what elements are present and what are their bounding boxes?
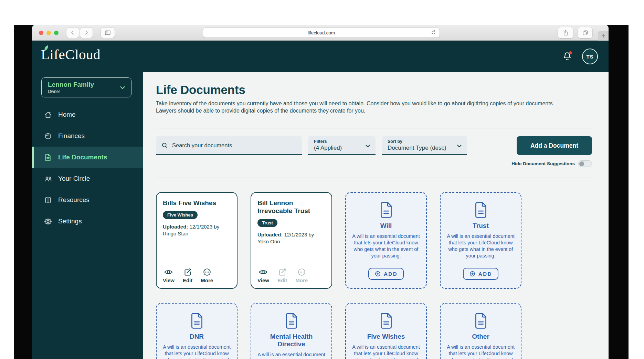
divider xyxy=(156,128,592,128)
add-label: ADD xyxy=(384,271,398,277)
uploaded-info: Uploaded: 12/1/2023 by Ringo Starr xyxy=(163,223,231,237)
suggestion-title: DNR xyxy=(190,333,204,340)
app-frame: LifeCloud Lennon Family Owner Home Finan… xyxy=(32,41,609,359)
add-document-button[interactable]: Add a Document xyxy=(517,136,592,155)
suggestion-description: A will is an essential document that let… xyxy=(351,233,421,260)
browser-window: lifecloud.com + LifeCloud Lennon Family … xyxy=(32,25,609,359)
content-column: TS Life Documents Take inventory of the … xyxy=(143,41,609,359)
eye-icon xyxy=(164,267,173,277)
url-text: lifecloud.com xyxy=(308,30,335,35)
new-tab-button[interactable]: + xyxy=(598,31,609,41)
gear-icon xyxy=(44,217,52,226)
sort-label: Sort by xyxy=(388,139,454,144)
home-icon xyxy=(44,110,52,119)
reload-icon[interactable] xyxy=(431,30,436,35)
action-label: View xyxy=(257,277,269,283)
suggestion-title: Five Wishes xyxy=(367,333,405,340)
document-icon xyxy=(379,313,393,329)
family-role: Owner xyxy=(48,89,131,94)
sort-dropdown[interactable]: Sort by Document Type (desc) xyxy=(382,136,467,155)
sidebar-item-life-documents[interactable]: Life Documents xyxy=(32,147,143,168)
edit-action-disabled: Edit xyxy=(277,267,287,283)
sidebar-item-home[interactable]: Home xyxy=(32,104,143,125)
lifecloud-logo: LifeCloud xyxy=(41,46,101,63)
edit-icon xyxy=(183,267,192,277)
tabs-icon xyxy=(582,30,589,36)
notifications-button[interactable] xyxy=(562,51,572,62)
logo-text: LifeCloud xyxy=(41,46,101,62)
address-bar[interactable]: lifecloud.com xyxy=(203,28,440,38)
suggestion-card-dnr: DNR A will is an essential document that… xyxy=(156,303,237,359)
search-input[interactable] xyxy=(172,142,297,149)
search-field[interactable] xyxy=(156,136,302,155)
action-label: More xyxy=(295,277,308,283)
filters-value: (4 Applied) xyxy=(314,145,362,151)
page-title: Life Documents xyxy=(156,83,592,97)
filters-dropdown[interactable]: Filters (4 Applied) xyxy=(308,136,376,155)
traffic-lights xyxy=(39,31,59,35)
action-label: Edit xyxy=(277,277,287,283)
document-icon xyxy=(190,313,204,329)
view-action[interactable]: View xyxy=(163,267,175,283)
plus-circle-icon xyxy=(469,271,476,277)
uploaded-label: Uploaded: xyxy=(163,224,188,230)
search-icon xyxy=(161,142,168,149)
more-action-disabled: More xyxy=(295,267,308,283)
avatar[interactable]: TS xyxy=(582,49,598,64)
chevron-down-icon xyxy=(365,143,371,149)
document-type-badge: Five Wishes xyxy=(163,211,198,219)
tab-overview-button[interactable] xyxy=(578,27,592,38)
suggestion-card-mental-health-directive: Mental Health Directive A will is an ess… xyxy=(251,303,332,359)
sidebar-item-label: Your Circle xyxy=(58,175,90,182)
sidebar-item-label: Life Documents xyxy=(58,154,107,161)
hide-suggestions-toggle[interactable] xyxy=(578,160,592,167)
uploaded-label: Uploaded: xyxy=(257,232,283,237)
zoom-window-button[interactable] xyxy=(54,31,59,35)
browser-back-button[interactable] xyxy=(66,28,79,38)
view-action[interactable]: View xyxy=(257,267,269,283)
documents-grid: Bills Five Wishes Five Wishes Uploaded: … xyxy=(156,192,592,359)
sidebar-item-label: Settings xyxy=(58,218,82,225)
chevron-left-icon xyxy=(70,30,76,36)
add-will-button[interactable]: ADD xyxy=(368,268,404,280)
chevron-right-icon xyxy=(83,30,89,36)
document-card: Bill Lennon Irrevocable Trust Trust Uplo… xyxy=(251,192,332,289)
suggestion-card-other: Other A will is an essential document th… xyxy=(440,303,521,359)
suggestion-title: Will xyxy=(380,222,392,230)
document-type-badge: Trust xyxy=(257,219,277,227)
more-action[interactable]: More xyxy=(201,267,213,283)
toggle-knob xyxy=(579,161,584,166)
add-trust-button[interactable]: ADD xyxy=(463,268,498,280)
action-label: More xyxy=(201,277,213,283)
share-button[interactable] xyxy=(558,27,573,38)
pie-chart-icon xyxy=(44,132,52,140)
sidebar-item-settings[interactable]: Settings xyxy=(32,211,143,232)
more-icon xyxy=(297,267,306,277)
book-icon xyxy=(44,196,52,204)
share-icon xyxy=(562,30,569,36)
suggestion-title: Other xyxy=(472,333,489,340)
sidebar-item-your-circle[interactable]: Your Circle xyxy=(32,168,143,189)
sidebar-item-finances[interactable]: Finances xyxy=(32,125,143,147)
card-actions: View Edit More xyxy=(163,267,231,283)
minimize-window-button[interactable] xyxy=(46,31,51,35)
suggestion-card-five-wishes: Five Wishes A will is an essential docum… xyxy=(345,303,427,359)
chevron-down-icon xyxy=(119,84,126,91)
chevron-down-icon xyxy=(456,143,463,149)
hide-suggestions-row: Hide Document Suggestions xyxy=(511,160,592,167)
suggestion-title: Trust xyxy=(473,222,488,230)
sidebar-item-resources[interactable]: Resources xyxy=(32,189,143,211)
browser-forward-button[interactable] xyxy=(80,28,93,38)
suggestion-description: A will is an essential document that let… xyxy=(446,344,515,359)
document-icon xyxy=(285,313,298,329)
page-description: Take inventory of the documents you curr… xyxy=(156,100,592,114)
sidebar-toggle-button[interactable] xyxy=(101,28,115,38)
close-window-button[interactable] xyxy=(39,31,43,35)
app-header: TS xyxy=(143,41,609,72)
sort-value: Document Type (desc) xyxy=(388,145,454,151)
suggestion-description: A will is an essential document that let… xyxy=(351,344,421,359)
family-selector[interactable]: Lennon Family Owner xyxy=(41,77,131,97)
action-label: View xyxy=(163,277,175,283)
edit-action[interactable]: Edit xyxy=(183,267,192,283)
suggestion-card-trust: Trust A will is an essential document th… xyxy=(440,192,521,289)
